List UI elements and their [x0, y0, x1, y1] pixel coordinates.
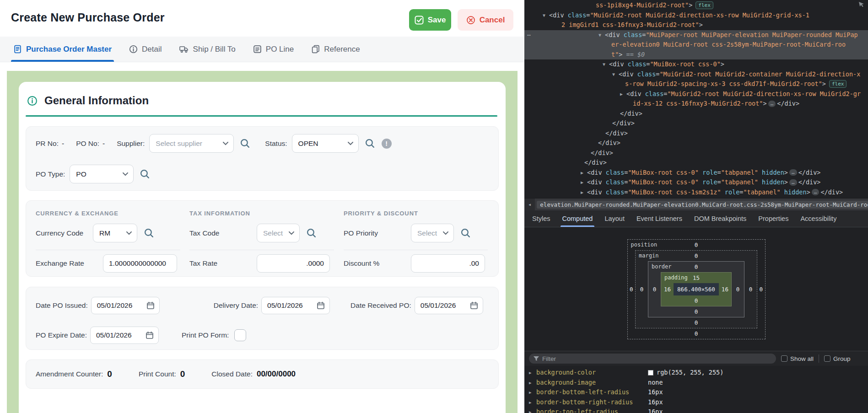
cancel-button[interactable]: Cancel	[458, 9, 513, 31]
tree-line[interactable]: er-elevation0 MuiCard-root css-2s58ym-Mu…	[524, 40, 868, 50]
po-type-select[interactable]: PO	[70, 165, 134, 183]
code-token: "MuiGrid2-root MuiGrid2-direction-xs-row…	[590, 11, 809, 19]
code-token: class	[624, 31, 642, 38]
tree-line[interactable]: ▶<div class="MuiBox-root css-0" role="ta…	[524, 168, 868, 178]
po-priority-search-button[interactable]	[460, 228, 471, 238]
expand-arrow-icon[interactable]: ▶	[529, 378, 531, 388]
tree-line[interactable]: </div>	[524, 129, 868, 139]
expand-arrow-icon[interactable]: ▶	[529, 398, 531, 408]
status-search-button[interactable]	[365, 138, 375, 149]
tax-code-search-button[interactable]	[306, 228, 317, 238]
ellipsis-badge[interactable]: …	[768, 101, 776, 107]
tree-line[interactable]: 2 imgGird1 css-16fnxy3-MuiGrid2-root">	[524, 20, 868, 30]
tree-line[interactable]: ▼<div class="MuiBox-root css-0">	[524, 59, 868, 70]
tax-code-select[interactable]: Select	[257, 224, 300, 242]
breadcrumb-back-button[interactable]: ◂	[524, 198, 535, 210]
tree-line[interactable]: ▼<div class="MuiGrid2-root MuiGrid2-dire…	[524, 11, 868, 21]
tab-reference[interactable]: Reference	[311, 37, 360, 62]
computed-property-row[interactable]: ▶background-imagenone	[524, 378, 868, 388]
show-all-checkbox[interactable]: Show all	[781, 355, 814, 362]
flex-badge[interactable]: flex	[695, 1, 713, 9]
po-type-search-button[interactable]	[140, 169, 150, 179]
delivery-date-input[interactable]: 05/01/2026	[261, 297, 330, 314]
po-expire-date-input[interactable]: 05/01/2026	[90, 327, 159, 344]
ellipsis-badge[interactable]: …	[812, 189, 819, 195]
tree-line[interactable]: </div>	[524, 148, 868, 158]
devtools-tab-computed[interactable]: Computed	[556, 210, 599, 227]
calendar-icon	[470, 301, 478, 310]
flex-badge[interactable]: flex	[829, 80, 847, 88]
po-type-label: PO Type:	[36, 170, 65, 178]
expand-arrow-icon[interactable]: ▼	[612, 70, 619, 80]
expand-arrow-icon[interactable]: ▶	[581, 168, 587, 178]
exchange-rate-input[interactable]: 1.0000000000000	[103, 254, 177, 273]
filter-input[interactable]: Filter	[529, 354, 776, 364]
date-po-issued-input[interactable]: 05/01/2026	[91, 297, 160, 314]
cancel-label: Cancel	[480, 16, 505, 25]
vertical-divider	[819, 354, 819, 363]
page-title: Create New Purchase Order	[11, 11, 165, 24]
currency-search-button[interactable]	[144, 228, 154, 238]
tree-line[interactable]: ▶<div class="MuiBox-root css-1sm2s1z" ro…	[524, 188, 868, 198]
computed-property-row[interactable]: ▶border-bottom-right-radius16px	[524, 397, 868, 408]
tree-line[interactable]: id-xs-12 css-16fnxy3-MuiGrid2-root">…</d…	[524, 99, 868, 109]
supplier-select[interactable]: Select supplier	[149, 134, 234, 153]
tab-detail[interactable]: Detail	[129, 37, 162, 62]
tab-ship-bill-to[interactable]: Ship / Bill To	[179, 37, 236, 62]
expand-arrow-icon[interactable]: ▶	[529, 388, 531, 398]
expand-arrow-icon[interactable]: ▶	[529, 408, 531, 413]
border-label: border	[652, 262, 671, 272]
expand-arrow-icon[interactable]: ▶	[581, 177, 587, 188]
devtools-tabs: StylesComputedLayoutEvent ListenersDOM B…	[524, 210, 868, 227]
expand-arrow-icon[interactable]: ▶	[581, 188, 587, 198]
box-model-diagram[interactable]: position0 0 margin0 0 border0 0	[627, 239, 766, 339]
tax-rate-input[interactable]: .0000	[257, 254, 330, 273]
devtools-tab-styles[interactable]: Styles	[526, 210, 556, 227]
print-po-form-checkbox[interactable]	[234, 329, 246, 341]
tree-line[interactable]: t"> == $0	[524, 50, 868, 60]
computed-property-row[interactable]: ▶border-bottom-left-radius16px	[524, 387, 868, 397]
tab-po-line[interactable]: PO Line	[253, 37, 294, 62]
expand-arrow-icon[interactable]: ▶	[620, 89, 626, 99]
devtools-tab-event-listeners[interactable]: Event Listeners	[631, 210, 688, 227]
devtools-tab-properties[interactable]: Properties	[752, 210, 794, 227]
devtools-tab-dom-breakpoints[interactable]: DOM Breakpoints	[688, 210, 752, 227]
date-received-po-input[interactable]: 05/01/2026	[415, 297, 483, 314]
tree-line[interactable]: </div>	[524, 109, 868, 119]
discount-input[interactable]: .00	[411, 254, 485, 273]
currency-code-value: RM	[99, 229, 110, 237]
tree-line[interactable]: ▼<div class="MuiGrid2-root MuiGrid2-cont…	[524, 70, 868, 80]
ellipsis-badge[interactable]: …	[789, 169, 797, 176]
tree-line[interactable]: ▶<div class="MuiGrid2-root MuiGrid2-dire…	[524, 89, 868, 99]
tree-line[interactable]: ss-1pi8xg4-MuiGrid2-root">flex	[524, 0, 868, 11]
tree-line[interactable]: </div>	[524, 158, 868, 168]
padding-label: padding	[664, 273, 688, 283]
breadcrumb-selected-node[interactable]: elevation.MuiPaper-rounded.MuiPaper-elev…	[537, 201, 868, 209]
tree-line[interactable]: s-row MuiGrid2-spacing-xs-3 css-dkd71f-M…	[524, 79, 868, 89]
tree-line[interactable]: </div>	[524, 138, 868, 148]
ellipsis-badge[interactable]: …	[789, 179, 797, 186]
status-label: Status:	[265, 139, 287, 148]
computed-property-row[interactable]: ▶background-colorrgb(255, 255, 255)	[524, 368, 868, 378]
save-button[interactable]: Save	[409, 9, 451, 31]
po-priority-select[interactable]: Select	[411, 224, 454, 242]
funnel-icon	[534, 356, 539, 361]
expand-arrow-icon[interactable]: ▼	[598, 30, 605, 40]
tab-purchase-order-master[interactable]: Purchase Order Master	[13, 37, 112, 62]
computed-property-row[interactable]: ▶border-top-left-radius16px	[524, 407, 868, 413]
expand-arrow-icon[interactable]: ▼	[543, 11, 549, 21]
tree-line[interactable]: ⋯▼<div class="MuiPaper-root MuiPaper-ele…	[524, 30, 868, 40]
expand-arrow-icon[interactable]: ▶	[529, 368, 531, 378]
identifiers-panel: PR No: - PO No: - Supplier: Select suppl…	[26, 126, 499, 191]
tree-line[interactable]: ▶<div class="MuiBox-root css-0" role="ta…	[524, 177, 868, 188]
box-model-margin: margin0 0 border0 0 padding15	[635, 250, 757, 328]
devtools-tab-layout[interactable]: Layout	[598, 210, 631, 227]
tree-line[interactable]: </div>	[524, 118, 868, 129]
node-menu-icon[interactable]: ⋯	[527, 30, 531, 40]
status-select[interactable]: OPEN	[292, 134, 359, 153]
expand-arrow-icon[interactable]: ▼	[603, 59, 609, 70]
supplier-search-button[interactable]	[240, 138, 250, 149]
devtools-tab-accessibility[interactable]: Accessibility	[794, 210, 842, 227]
group-checkbox[interactable]: Group	[824, 355, 851, 362]
currency-code-select[interactable]: RM	[93, 224, 137, 242]
